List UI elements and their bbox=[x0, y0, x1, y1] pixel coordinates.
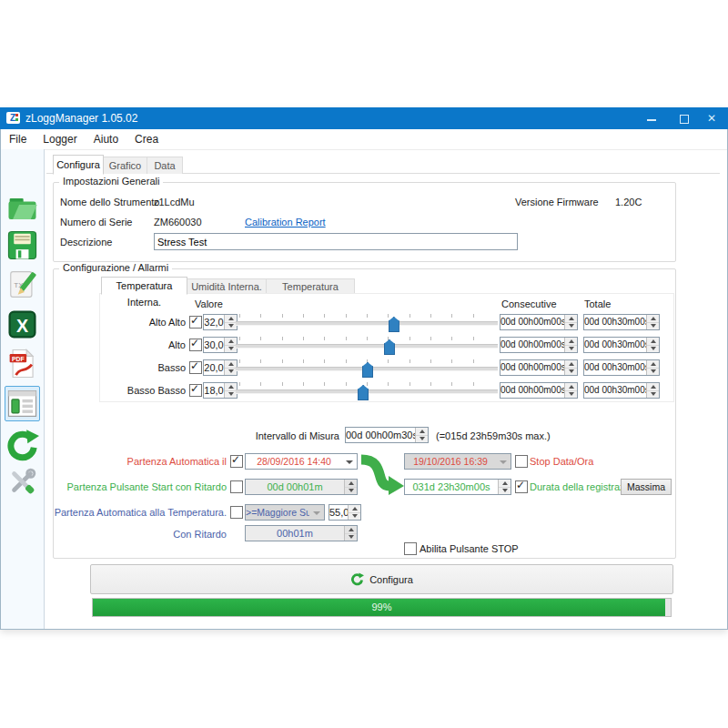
spin-buttons[interactable] bbox=[564, 315, 577, 329]
alarm-label: Alto Alto bbox=[92, 315, 186, 329]
stop-datetime-label: Stop Data/Ora bbox=[530, 454, 593, 469]
svg-text:Z: Z bbox=[10, 113, 15, 123]
slider-ticks bbox=[239, 337, 494, 340]
total-time-spinner[interactable]: 00d 00h30m00s bbox=[583, 382, 660, 399]
measure-interval-spinner[interactable]: 00d 00h00m30s bbox=[345, 427, 429, 443]
spin-buttons[interactable] bbox=[498, 480, 511, 494]
alarm-value-spinner[interactable]: 18,0 bbox=[203, 382, 238, 399]
instrument-name-value: z1LcdMu bbox=[154, 195, 195, 209]
spin-buttons[interactable] bbox=[564, 360, 577, 375]
title-bar[interactable]: Z zLoggManager 1.05.02 ✕ bbox=[0, 107, 728, 129]
description-input[interactable] bbox=[154, 233, 518, 250]
tab-temperatura-esterna[interactable]: Temperatura Esterna. bbox=[266, 278, 355, 294]
save-button[interactable] bbox=[5, 228, 39, 262]
alarm-threshold-slider[interactable] bbox=[236, 336, 498, 354]
slider-ticks bbox=[239, 359, 494, 363]
temp-start-label: Partenza Automatica alla Temperatura. bbox=[35, 505, 227, 520]
enable-stop-button-checkbox[interactable] bbox=[404, 542, 417, 555]
window-title: zLoggManager 1.05.02 bbox=[25, 107, 137, 129]
spin-buttons bbox=[344, 480, 357, 494]
spin-buttons[interactable] bbox=[224, 360, 237, 375]
chevron-down-icon bbox=[346, 460, 353, 464]
slider-track[interactable] bbox=[236, 344, 498, 349]
consecutive-time-spinner[interactable]: 00d 00h00m00s bbox=[500, 382, 578, 399]
export-txt-button[interactable]: TXT bbox=[5, 268, 39, 301]
spin-buttons[interactable] bbox=[348, 505, 360, 520]
spin-buttons[interactable] bbox=[646, 360, 659, 375]
tab-umidita-interna[interactable]: Umidità Interna. bbox=[187, 278, 267, 294]
close-button[interactable]: ✕ bbox=[697, 107, 726, 129]
total-time-spinner[interactable]: 00d 00h30m00s bbox=[583, 359, 660, 376]
spin-buttons[interactable] bbox=[646, 315, 659, 329]
alarm-value-spinner[interactable]: 32,0 bbox=[203, 314, 238, 330]
alarm-enabled-checkbox[interactable] bbox=[189, 339, 202, 351]
tools-button[interactable] bbox=[5, 465, 39, 499]
configura-button[interactable]: Configura bbox=[90, 564, 673, 594]
slider-thumb[interactable] bbox=[362, 362, 373, 378]
open-file-button[interactable] bbox=[5, 192, 39, 226]
progress-bar: 99% bbox=[92, 598, 672, 617]
temp-start-checkbox[interactable] bbox=[230, 506, 243, 519]
alarm-label: Basso Basso bbox=[92, 383, 186, 398]
spin-buttons[interactable] bbox=[646, 338, 659, 352]
alarm-threshold-slider[interactable] bbox=[236, 313, 498, 331]
total-time-spinner[interactable]: 00d 00h30m00s bbox=[583, 314, 660, 330]
spin-buttons[interactable] bbox=[564, 338, 577, 352]
spin-buttons[interactable] bbox=[415, 428, 428, 442]
massima-button[interactable]: Massima bbox=[621, 479, 672, 495]
auto-start-datetime-dropdown[interactable]: 28/09/2016 14:40 bbox=[245, 453, 358, 470]
alarm-threshold-slider[interactable] bbox=[236, 381, 498, 399]
serial-value: ZM660030 bbox=[154, 215, 202, 229]
spin-buttons[interactable] bbox=[564, 383, 577, 398]
button-start-label: Partenza Pulsante Start con Ritardo bbox=[54, 480, 227, 494]
tab-temperatura-interna[interactable]: Temperatura Interna. bbox=[101, 277, 187, 295]
tab-configura[interactable]: Configura bbox=[53, 155, 104, 175]
alarm-enabled-checkbox[interactable] bbox=[189, 361, 202, 374]
open-folder-icon bbox=[5, 192, 39, 226]
total-time-spinner[interactable]: 00d 00h30m00s bbox=[583, 337, 660, 353]
refresh-button[interactable] bbox=[5, 429, 39, 462]
maximize-button[interactable] bbox=[670, 107, 699, 129]
measure-interval-label: Intervallo di Misura bbox=[183, 429, 339, 443]
menu-file[interactable]: File bbox=[1, 129, 35, 149]
button-start-checkbox[interactable] bbox=[230, 480, 243, 493]
firmware-label: Versione Firmware bbox=[515, 195, 599, 209]
calibration-report-link[interactable]: Calibration Report bbox=[245, 215, 326, 229]
alarm-enabled-checkbox[interactable] bbox=[189, 384, 202, 397]
measure-interval-max-note: (=015d 23h59m30s max.) bbox=[436, 429, 551, 443]
slider-thumb[interactable] bbox=[358, 385, 369, 400]
txt-document-pencil-icon: TXT bbox=[5, 268, 39, 301]
recording-duration-spinner[interactable]: 031d 23h30m00s bbox=[404, 479, 511, 495]
alarm-value-spinner[interactable]: 30,0 bbox=[203, 337, 238, 353]
spin-buttons[interactable] bbox=[224, 383, 237, 398]
spin-buttons[interactable] bbox=[646, 383, 659, 398]
auto-start-checkbox[interactable] bbox=[230, 455, 243, 468]
temp-value-spinner[interactable]: 55,0 bbox=[329, 504, 361, 521]
consecutive-time-spinner[interactable]: 00d 00h00m00s bbox=[500, 337, 578, 353]
tab-data[interactable]: Data bbox=[147, 157, 183, 174]
menu-aiuto[interactable]: Aiuto bbox=[86, 129, 126, 149]
maximize-icon bbox=[680, 115, 689, 124]
spin-buttons[interactable] bbox=[224, 338, 237, 352]
alarm-enabled-checkbox[interactable] bbox=[189, 316, 202, 329]
consecutive-time-spinner[interactable]: 00d 00h00m00s bbox=[500, 314, 578, 330]
slider-track[interactable] bbox=[236, 321, 498, 326]
alarm-label: Alto bbox=[92, 338, 186, 352]
tab-grafico[interactable]: Grafico bbox=[103, 157, 147, 174]
instrument-name-label: Nome dello Strumento bbox=[60, 195, 159, 209]
alarm-value-spinner[interactable]: 20,0 bbox=[203, 359, 238, 376]
recording-duration-checkbox[interactable] bbox=[515, 480, 528, 493]
spin-buttons[interactable] bbox=[224, 315, 237, 329]
menu-crea[interactable]: Crea bbox=[126, 129, 167, 149]
consecutive-time-spinner[interactable]: 00d 00h00m00s bbox=[500, 359, 578, 376]
stop-datetime-checkbox[interactable] bbox=[515, 455, 528, 468]
app-icon: Z bbox=[6, 112, 20, 124]
refresh-icon bbox=[350, 572, 364, 586]
alarm-threshold-slider[interactable] bbox=[236, 359, 498, 377]
menu-logger[interactable]: Logger bbox=[35, 129, 85, 149]
firmware-value: 1.20C bbox=[615, 195, 642, 209]
slider-thumb[interactable] bbox=[384, 339, 395, 355]
slider-thumb[interactable] bbox=[389, 317, 399, 332]
menu-bar: File Logger Aiuto Crea bbox=[1, 129, 727, 150]
minimize-button[interactable] bbox=[637, 107, 666, 129]
